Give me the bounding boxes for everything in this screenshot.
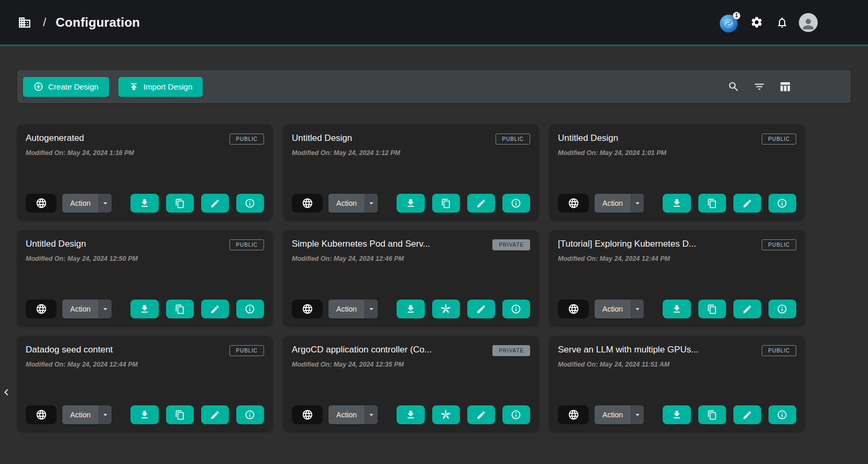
action-dropdown-toggle[interactable] xyxy=(98,405,112,424)
download-button[interactable] xyxy=(663,405,690,424)
edit-button[interactable] xyxy=(467,405,495,424)
user-avatar[interactable] xyxy=(799,13,818,32)
clone-button[interactable] xyxy=(166,194,194,213)
action-dropdown-toggle[interactable] xyxy=(631,300,644,318)
edit-button[interactable] xyxy=(201,405,229,424)
globe-icon xyxy=(302,303,313,315)
design-title: [Tutorial] Exploring Kubernetes D... xyxy=(558,239,762,249)
edit-button[interactable] xyxy=(467,300,495,318)
caret-down-icon xyxy=(633,410,642,419)
caret-down-icon xyxy=(633,198,642,208)
visibility-toggle-button[interactable] xyxy=(26,300,57,318)
copy-icon xyxy=(707,304,717,314)
create-design-button[interactable]: Create Design xyxy=(23,77,109,97)
action-dropdown-toggle[interactable] xyxy=(98,194,112,213)
clone-button[interactable] xyxy=(698,405,726,424)
building-icon[interactable] xyxy=(16,14,34,31)
app-header: / Configuration 1 xyxy=(0,0,868,46)
page-title: Configuration xyxy=(56,15,140,30)
download-button[interactable] xyxy=(663,194,690,213)
info-button[interactable] xyxy=(236,300,264,318)
notifications-button[interactable] xyxy=(774,14,790,31)
info-button[interactable] xyxy=(236,194,264,213)
clone-button[interactable] xyxy=(698,194,726,213)
action-dropdown-toggle[interactable] xyxy=(365,194,378,213)
settings-button[interactable] xyxy=(748,14,765,31)
info-button[interactable] xyxy=(502,194,530,213)
download-icon xyxy=(139,410,150,420)
info-button[interactable] xyxy=(236,405,264,424)
visibility-badge: PUBLIC xyxy=(762,134,796,145)
visibility-toggle-button[interactable] xyxy=(26,405,57,424)
download-icon xyxy=(139,304,150,314)
action-dropdown-toggle[interactable] xyxy=(365,405,378,424)
action-button[interactable]: Action xyxy=(595,300,631,318)
edit-button[interactable] xyxy=(733,300,761,318)
action-button[interactable]: Action xyxy=(62,300,98,318)
action-button[interactable]: Action xyxy=(595,194,631,213)
edit-button[interactable] xyxy=(201,300,229,318)
design-title: Untitled Design xyxy=(26,239,229,249)
upload-icon xyxy=(129,82,139,92)
copy-icon xyxy=(707,198,717,208)
action-dropdown-toggle[interactable] xyxy=(631,194,644,213)
filter-button[interactable] xyxy=(751,79,767,95)
download-button[interactable] xyxy=(130,405,158,424)
edit-button[interactable] xyxy=(467,194,495,213)
visibility-toggle-button[interactable] xyxy=(292,300,323,318)
action-button[interactable]: Action xyxy=(328,405,365,424)
download-button[interactable] xyxy=(397,405,424,424)
download-button[interactable] xyxy=(130,300,158,318)
info-icon xyxy=(511,304,521,314)
action-dropdown-toggle[interactable] xyxy=(98,300,112,318)
card-action-bar: Action xyxy=(292,405,530,424)
edit-button[interactable] xyxy=(201,194,229,213)
info-button[interactable] xyxy=(502,300,530,318)
info-button[interactable] xyxy=(768,405,796,424)
clone-button[interactable] xyxy=(432,194,460,213)
copy-icon xyxy=(441,198,451,208)
design-card: Autogenerated PUBLIC Modified On: May 24… xyxy=(17,125,272,220)
clone-button[interactable] xyxy=(698,300,726,318)
clone-button[interactable] xyxy=(166,300,194,318)
download-button[interactable] xyxy=(397,300,424,318)
visibility-toggle-button[interactable] xyxy=(558,300,589,318)
visibility-toggle-button[interactable] xyxy=(558,405,589,424)
action-split-button: Action xyxy=(62,405,112,424)
clone-button[interactable] xyxy=(432,405,460,424)
drawer-collapse-button[interactable] xyxy=(0,384,13,401)
visibility-toggle-button[interactable] xyxy=(558,194,589,213)
visibility-toggle-button[interactable] xyxy=(26,194,57,213)
table-view-button[interactable] xyxy=(777,79,793,95)
add-circle-icon xyxy=(34,82,43,92)
download-button[interactable] xyxy=(130,194,158,213)
info-button[interactable] xyxy=(768,194,796,213)
action-button[interactable]: Action xyxy=(328,300,365,318)
provider-logo[interactable]: 1 xyxy=(720,13,740,32)
import-design-button[interactable]: Import Design xyxy=(118,77,203,97)
caret-down-icon xyxy=(367,304,376,314)
action-dropdown-toggle[interactable] xyxy=(365,300,378,318)
caret-down-icon xyxy=(101,304,110,314)
design-card: Simple Kubernetes Pod and Serv... PRIVAT… xyxy=(283,230,539,326)
search-button[interactable] xyxy=(726,79,742,95)
visibility-toggle-button[interactable] xyxy=(292,405,323,424)
visibility-toggle-button[interactable] xyxy=(292,194,323,213)
clone-button[interactable] xyxy=(432,300,460,318)
action-button[interactable]: Action xyxy=(62,405,98,424)
card-action-bar: Action xyxy=(26,194,264,213)
info-button[interactable] xyxy=(502,405,530,424)
edit-button[interactable] xyxy=(733,405,761,424)
edit-button[interactable] xyxy=(733,194,761,213)
clone-button[interactable] xyxy=(166,405,194,424)
action-button[interactable]: Action xyxy=(328,194,365,213)
action-button[interactable]: Action xyxy=(62,194,98,213)
caret-down-icon xyxy=(101,410,110,419)
action-button-label: Action xyxy=(602,305,623,313)
action-button[interactable]: Action xyxy=(595,405,631,424)
download-button[interactable] xyxy=(397,194,424,213)
download-button[interactable] xyxy=(663,300,690,318)
edit-icon xyxy=(210,304,220,314)
info-button[interactable] xyxy=(768,300,796,318)
action-dropdown-toggle[interactable] xyxy=(631,405,644,424)
